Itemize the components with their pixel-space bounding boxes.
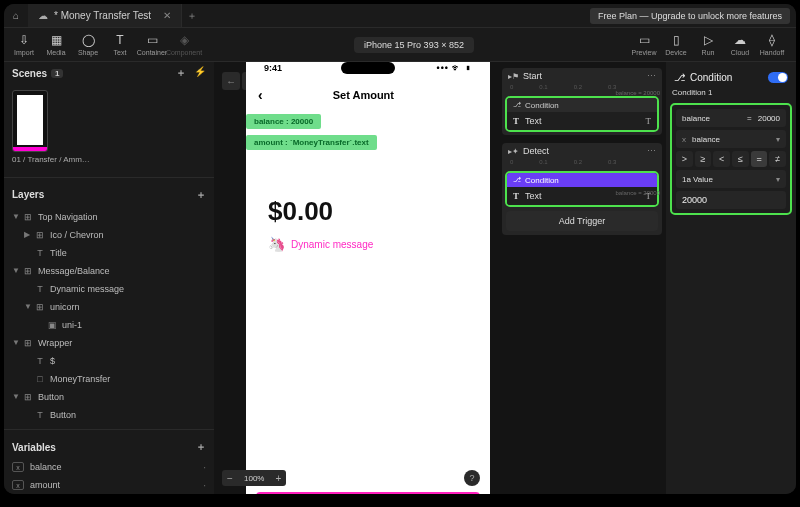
add-scene-icon[interactable]: ＋ <box>176 66 186 80</box>
upgrade-banner[interactable]: Free Plan — Upgrade to unlock more featu… <box>590 8 790 24</box>
flow-node-detect[interactable]: ▸✦Detect⋯ 00.10.20.3 balance = 20000 ⎇Co… <box>502 143 662 235</box>
scene-thumbnail[interactable] <box>12 90 48 152</box>
chevron-down-icon: ▾ <box>776 135 780 144</box>
flow-node-start[interactable]: ▸⚑Start⋯ 00.10.20.3 balance = 20000 ⎇Con… <box>502 68 662 135</box>
condition-editor: balance = 20000 x balance ▾ >≥<≤=≠ 1a Va… <box>670 103 792 215</box>
add-trigger-button[interactable]: Add Trigger <box>506 211 658 231</box>
tool-shape[interactable]: ◯Shape <box>72 33 104 56</box>
layer-row[interactable]: T$ <box>4 352 214 370</box>
scene-flash-icon[interactable]: ⚡ <box>194 66 206 80</box>
debug-chip-balance: balance : 20000 <box>246 114 321 129</box>
debug-chip-amount: amount : `MoneyTransfer`.text <box>246 135 377 150</box>
node-note: balance = 20000 <box>615 90 660 96</box>
layer-row[interactable]: ▼⊞unicorn <box>4 298 214 316</box>
add-variable-icon[interactable]: ＋ <box>196 440 206 454</box>
layer-row[interactable]: ▼⊞Button <box>4 388 214 406</box>
canvas-back-button[interactable]: ← <box>222 72 240 90</box>
help-button[interactable]: ? <box>464 470 480 486</box>
condition-toggle[interactable] <box>768 72 788 83</box>
zoom-out-button[interactable]: − <box>222 470 238 486</box>
file-tab[interactable]: ☁ * Money Transfer Test ✕ <box>28 4 182 27</box>
action-device[interactable]: ▯Device <box>660 33 692 56</box>
action-preview[interactable]: ▭Preview <box>628 33 660 56</box>
operator-button[interactable]: > <box>676 151 693 167</box>
screen-title: Set Amount <box>249 89 478 101</box>
operator-button[interactable]: = <box>751 151 768 167</box>
tool-component: ◈Component <box>168 33 200 56</box>
cloud-icon: ☁ <box>38 10 48 21</box>
tool-text[interactable]: TText <box>104 33 136 56</box>
zoom-value: 100% <box>238 470 270 486</box>
branch-icon: ⎇ <box>513 176 521 184</box>
chevron-down-icon: ▾ <box>776 175 780 184</box>
condition-block-selected[interactable]: ⎇Condition TTextT <box>505 171 659 207</box>
operator-button[interactable]: ≤ <box>732 151 749 167</box>
dynamic-message: Dynamic message <box>291 239 373 250</box>
branch-icon: ⎇ <box>674 72 686 83</box>
branch-icon: ⎇ <box>513 101 521 109</box>
continue-button[interactable]: Continue <box>256 492 480 494</box>
node-title: Start <box>523 71 542 81</box>
scene-label: 01 / Transfer / Amm… <box>12 156 206 165</box>
tab-title: * Money Transfer Test <box>54 10 151 21</box>
text-type-icon: T <box>513 116 519 126</box>
variable-row[interactable]: xbalance· <box>4 458 214 476</box>
variable-selector[interactable]: x balance ▾ <box>676 130 786 148</box>
var-source-icon: x <box>682 135 686 144</box>
layer-row[interactable]: ▼⊞Message/Balance <box>4 262 214 280</box>
action-handoff[interactable]: ⟠Handoff <box>756 33 788 56</box>
value-input[interactable]: 20000 <box>676 191 786 209</box>
phone-preview: 9:41••• ᯤ ▮ ‹ Set Amount balance : 20000… <box>246 62 490 494</box>
operator-button[interactable]: ≥ <box>695 151 712 167</box>
condition-number: Condition 1 <box>670 86 792 99</box>
amount-display: $0.00 <box>268 196 333 227</box>
variables-title: Variables <box>12 442 56 453</box>
condition-block[interactable]: ⎇Condition TTextT <box>505 96 659 132</box>
new-tab-button[interactable]: ＋ <box>182 9 202 23</box>
node-menu-icon[interactable]: ⋯ <box>647 146 656 156</box>
layer-row[interactable]: TTitle <box>4 244 214 262</box>
node-menu-icon[interactable]: ⋯ <box>647 71 656 81</box>
close-tab-icon[interactable]: ✕ <box>163 10 171 21</box>
operator-button[interactable]: < <box>713 151 730 167</box>
flag-icon: ▸⚑ <box>508 72 519 81</box>
layer-row[interactable]: ▼⊞Wrapper <box>4 334 214 352</box>
node-note: balance = 20000 <box>615 190 660 196</box>
layers-title: Layers <box>12 189 44 200</box>
tool-import[interactable]: ⇩Import <box>8 33 40 56</box>
status-icons: ••• ᯤ ▮ <box>437 63 472 73</box>
unicorn-icon: 🦄 <box>268 236 285 252</box>
status-time: 9:41 <box>264 63 282 73</box>
phone-notch <box>341 62 395 74</box>
layer-row[interactable]: TDynamic message <box>4 280 214 298</box>
layer-row[interactable]: ▼⊞Top Navigation <box>4 208 214 226</box>
text-glyph-icon: T <box>646 116 652 126</box>
node-title: Detect <box>523 146 549 156</box>
variable-row[interactable]: xamount· <box>4 476 214 494</box>
zoom-in-button[interactable]: + <box>270 470 286 486</box>
home-icon[interactable]: ⌂ <box>4 10 28 21</box>
action-cloud[interactable]: ☁Cloud <box>724 33 756 56</box>
inspector-title: Condition <box>690 72 732 83</box>
tool-container[interactable]: ▭Container <box>136 33 168 56</box>
value-type-selector[interactable]: 1a Value▾ <box>676 170 786 188</box>
device-selector[interactable]: iPhone 15 Pro 393 × 852 <box>354 37 474 53</box>
layer-row[interactable]: TButton <box>4 406 214 424</box>
action-run[interactable]: ▷Run <box>692 33 724 56</box>
scenes-count: 1 <box>51 69 63 78</box>
detect-icon: ▸✦ <box>508 147 519 156</box>
condition-summary: balance = 20000 <box>676 109 786 127</box>
layer-row[interactable]: ▣uni-1 <box>4 316 214 334</box>
add-layer-icon[interactable]: ＋ <box>196 188 206 202</box>
layer-row[interactable]: □MoneyTransfer <box>4 370 214 388</box>
tool-media[interactable]: ▦Media <box>40 33 72 56</box>
operator-button[interactable]: ≠ <box>769 151 786 167</box>
text-type-icon: T <box>513 191 519 201</box>
layer-row[interactable]: ▶⊞Ico / Chevron <box>4 226 214 244</box>
scenes-title: Scenes <box>12 68 47 79</box>
